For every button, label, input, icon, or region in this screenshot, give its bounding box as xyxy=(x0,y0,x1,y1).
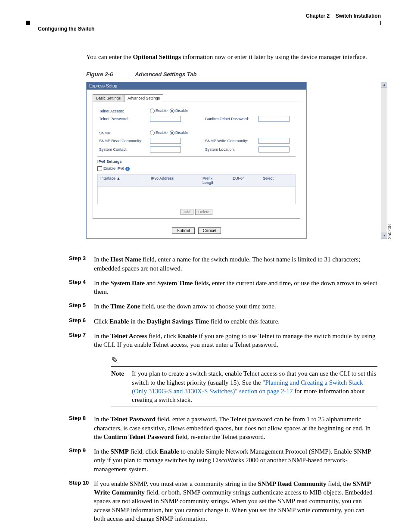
label-snmp: SNMP: xyxy=(97,129,148,137)
running-header: Chapter 2 Switch Installation xyxy=(26,13,381,19)
figure-title: Advanced Settings Tab xyxy=(135,71,196,78)
col-interface[interactable]: Interface ▲ xyxy=(100,176,142,185)
header-section-title: Switch Installation xyxy=(336,13,381,19)
label-sys-location: System Location: xyxy=(203,145,257,154)
step-9-label: Step 9 xyxy=(69,447,94,473)
step-4-text: In the System Date and System Time field… xyxy=(94,279,377,296)
note-label: Note xyxy=(111,369,132,404)
label-telnet-access: Telnet Access: xyxy=(97,107,148,115)
label-telnet-password: Telnet Password: xyxy=(97,115,148,123)
label-snmp-read: SNMP Read Community: xyxy=(97,137,148,145)
radio-telnet-disable[interactable] xyxy=(170,109,174,113)
radio-label-enable: Enable xyxy=(156,109,168,113)
col-ipv6addr: IPv6 Address xyxy=(151,176,194,185)
tab-advanced-settings[interactable]: Advanced Settings xyxy=(124,94,163,102)
step-7-label: Step 7 xyxy=(69,332,94,349)
step-10-label: Step 10 xyxy=(69,479,94,523)
ipv6-section-title: IPv6 Settings xyxy=(97,159,296,164)
step-6-text: Click Enable in the Daylight Savings Tim… xyxy=(94,317,377,326)
header-left-title: Configuring the Switch xyxy=(38,26,381,32)
figure-image-id: 250208 xyxy=(387,224,392,239)
col-eui: EUI-64 xyxy=(233,176,254,185)
checkbox-enable-ipv6[interactable] xyxy=(97,166,102,171)
radio-snmp-disable[interactable] xyxy=(170,131,174,135)
delete-button[interactable]: Delete xyxy=(195,209,212,215)
scroll-up-icon[interactable]: ▴ xyxy=(381,82,387,88)
ipv6-table-body xyxy=(97,187,296,204)
step-9-text: In the SNMP field, click Enable to enabl… xyxy=(94,447,377,473)
input-telnet-password[interactable] xyxy=(150,116,181,122)
add-button[interactable]: Add xyxy=(181,209,193,215)
step-8-label: Step 8 xyxy=(69,415,94,441)
step-4-label: Step 4 xyxy=(69,279,94,296)
intro-post: information now or enter it later by usi… xyxy=(181,53,367,60)
note-icon: ✎ xyxy=(111,355,118,365)
label-enable-ipv6: Enable IPv6 xyxy=(103,166,125,171)
step-5-label: Step 5 xyxy=(69,302,94,311)
col-prefix: Prefix Length xyxy=(202,176,224,185)
col-select: Select xyxy=(263,176,274,185)
window-titlebar: Express Setup xyxy=(87,82,306,90)
input-confirm-telnet[interactable] xyxy=(258,116,290,122)
input-sys-location[interactable] xyxy=(258,146,290,152)
cancel-button[interactable]: Cancel xyxy=(198,227,221,234)
submit-button[interactable]: Submit xyxy=(172,227,195,234)
input-sys-contact[interactable] xyxy=(150,146,181,152)
radio-label-disable: Disable xyxy=(175,109,188,113)
figure-number: Figure 2-6 xyxy=(86,71,134,78)
input-snmp-read[interactable] xyxy=(150,138,181,144)
label-confirm-telnet: Confirm Telnet Password: xyxy=(203,115,257,123)
scroll-down-icon[interactable]: ▾ xyxy=(381,233,387,238)
radio-snmp-enable[interactable] xyxy=(150,131,155,135)
intro-pre: You can enter the xyxy=(86,53,133,60)
label-snmp-write: SNMP Write Community: xyxy=(203,137,257,145)
note-text: If you plan to create a switch stack, en… xyxy=(132,369,377,404)
step-7-text: In the Telnet Access field, click Enable… xyxy=(94,332,377,349)
step-3-label: Step 3 xyxy=(69,255,94,273)
scrollbar[interactable]: ▴ ▾ xyxy=(381,82,387,239)
step-8-text: In the Telnet Password field, enter a pa… xyxy=(94,415,377,441)
intro-bold: Optional Settings xyxy=(133,53,181,60)
step-6-label: Step 6 xyxy=(69,317,94,326)
step-10-text: If you enable SNMP, you must enter a com… xyxy=(94,479,377,523)
radio-label-disable2: Disable xyxy=(175,131,188,135)
intro-paragraph: You can enter the Optional Settings info… xyxy=(86,53,377,61)
header-chapter: Chapter 2 xyxy=(306,13,330,19)
info-icon[interactable]: i xyxy=(125,167,130,171)
radio-telnet-enable[interactable] xyxy=(150,109,155,113)
step-3-text: In the Host Name field, enter a name for… xyxy=(94,255,377,273)
ipv6-table-header: Interface ▲ IPv6 Address Prefix Length E… xyxy=(97,174,296,187)
figure-caption: Figure 2-6 Advanced Settings Tab xyxy=(86,71,381,78)
figure-screenshot: Express Setup Basic SettingsAdvanced Set… xyxy=(86,82,307,239)
header-rule xyxy=(26,21,381,25)
radio-label-enable2: Enable xyxy=(156,131,168,135)
input-snmp-write[interactable] xyxy=(258,138,290,144)
tab-basic-settings[interactable]: Basic Settings xyxy=(93,94,124,102)
note-box: Note If you plan to create a switch stac… xyxy=(111,366,377,407)
label-sys-contact: System Contact: xyxy=(97,145,148,154)
step-5-text: In the Time Zone field, use the down arr… xyxy=(94,302,377,311)
